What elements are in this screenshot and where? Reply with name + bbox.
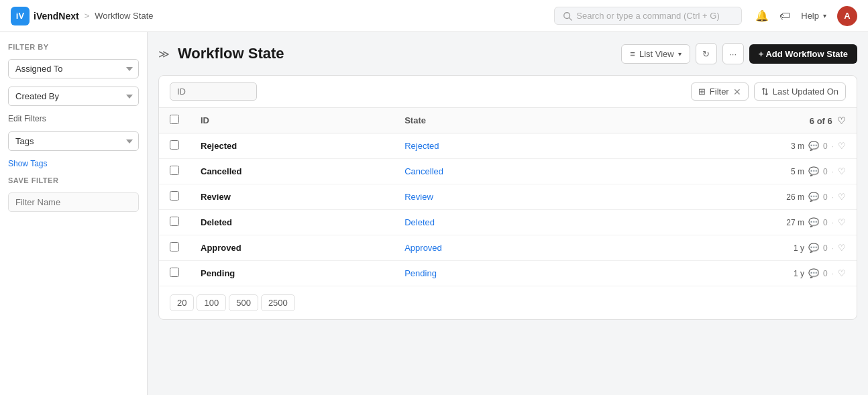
select-all-header[interactable] [159, 108, 190, 133]
search-bar[interactable]: Search or type a command (Ctrl + G) [554, 7, 742, 25]
row-time-1: 5 m [785, 167, 804, 176]
more-options-button[interactable]: ··· [722, 43, 744, 64]
row-meta-5: 1 y 💬 0 · ♡ [590, 261, 857, 286]
comment-count-3: 0 [823, 218, 828, 227]
dot-1: · [832, 167, 834, 176]
table-row: Review Review 26 m 💬 0 · ♡ [159, 184, 857, 210]
toolbar: ≡ List View ▾ ↻ ··· + Add Workflow State [621, 43, 857, 64]
row-meta-2: 26 m 💬 0 · ♡ [590, 184, 857, 210]
row-id-1[interactable]: Cancelled [190, 159, 394, 184]
collapse-sidebar-button[interactable]: ≫ [158, 48, 170, 60]
row-checkbox-2[interactable] [170, 191, 179, 201]
tags-filter[interactable]: Tags [8, 131, 139, 151]
row-checkbox-4[interactable] [170, 242, 179, 251]
heart-icon-1[interactable]: ♡ [838, 166, 846, 176]
row-time-3: 27 m [785, 218, 804, 227]
row-state-3[interactable]: Deleted [394, 210, 590, 235]
filter-name-input[interactable] [8, 192, 139, 212]
comment-count-0: 0 [823, 142, 828, 151]
row-id-5[interactable]: Pending [190, 261, 394, 286]
heart-icon-5[interactable]: ♡ [838, 268, 846, 278]
page-header: ≫ Workflow State ≡ List View ▾ ↻ ··· + A… [158, 43, 857, 64]
row-checkbox-cell[interactable] [159, 159, 190, 184]
row-state-1[interactable]: Cancelled [394, 159, 590, 184]
heart-icon-3[interactable]: ♡ [838, 217, 846, 227]
select-all-checkbox[interactable] [170, 115, 179, 124]
table-row: Rejected Rejected 3 m 💬 0 · ♡ [159, 133, 857, 159]
created-by-filter[interactable]: Created By [8, 87, 139, 106]
record-count: 6 of 6 [810, 116, 832, 126]
row-checkbox-cell[interactable] [159, 261, 190, 286]
comment-count-5: 0 [823, 269, 828, 278]
row-checkbox-3[interactable] [170, 217, 179, 226]
dot-3: · [832, 218, 834, 227]
heart-icon-2[interactable]: ♡ [838, 192, 846, 202]
row-id-4[interactable]: Approved [190, 235, 394, 261]
dot-5: · [832, 269, 834, 278]
add-workflow-state-button[interactable]: + Add Workflow State [749, 44, 857, 64]
row-time-4: 1 y [785, 243, 804, 253]
refresh-button[interactable]: ↻ [696, 43, 717, 64]
row-checkbox-cell[interactable] [159, 133, 190, 159]
chevron-down-icon: ▾ [678, 50, 682, 58]
sort-icon: ⇅ [761, 87, 769, 97]
dot-2: · [832, 192, 834, 202]
row-state-5[interactable]: Pending [394, 261, 590, 286]
page-size-100[interactable]: 100 [197, 294, 226, 311]
row-checkbox-1[interactable] [170, 166, 179, 175]
page-size-2500[interactable]: 2500 [261, 294, 295, 311]
row-id-3[interactable]: Deleted [190, 210, 394, 235]
help-label: Help [801, 11, 819, 21]
row-checkbox-5[interactable] [170, 268, 179, 277]
row-checkbox-cell[interactable] [159, 235, 190, 261]
row-time-5: 1 y [785, 269, 804, 278]
page-size-20[interactable]: 20 [170, 294, 194, 311]
table-toolbar: ⊞ Filter ✕ ⇅ Last Updated On [159, 76, 857, 108]
dot-0: · [832, 142, 834, 151]
filter-chip[interactable]: ⊞ Filter ✕ [691, 82, 749, 101]
logo-icon: iV [11, 7, 30, 25]
heart-icon-4[interactable]: ♡ [838, 243, 846, 253]
page-size-500[interactable]: 500 [229, 294, 258, 311]
table-row: Pending Pending 1 y 💬 0 · ♡ [159, 261, 857, 286]
row-checkbox-cell[interactable] [159, 210, 190, 235]
row-checkbox-cell[interactable] [159, 184, 190, 210]
col-id-header[interactable]: ID [190, 108, 394, 133]
tags-button[interactable]: 🏷 [779, 10, 790, 22]
avatar[interactable]: A [837, 6, 857, 26]
table-row: Approved Approved 1 y 💬 0 · ♡ [159, 235, 857, 261]
workflow-state-table: ID State 6 of 6 ♡ Rejected Rejected [159, 108, 857, 286]
row-id-2[interactable]: Review [190, 184, 394, 210]
breadcrumb-link: Workflow State [95, 11, 153, 21]
id-search-input[interactable] [170, 82, 257, 101]
row-time-2: 26 m [785, 192, 804, 202]
assigned-to-filter[interactable]: Assigned To [8, 59, 139, 78]
search-icon [563, 11, 572, 21]
sidebar: Filter By Assigned To Created By Edit Fi… [0, 32, 148, 395]
list-view-label: List View [639, 49, 674, 59]
notifications-button[interactable]: 🔔 [755, 9, 769, 22]
row-checkbox-0[interactable] [170, 140, 179, 150]
show-tags-link[interactable]: Show Tags [8, 159, 139, 168]
save-filter-label: Save Filter [8, 176, 139, 184]
row-state-4[interactable]: Approved [394, 235, 590, 261]
row-id-0[interactable]: Rejected [190, 133, 394, 159]
breadcrumb-separator: > [85, 11, 90, 21]
col-state-header[interactable]: State [394, 108, 590, 133]
row-state-2[interactable]: Review [394, 184, 590, 210]
table-header-row: ID State 6 of 6 ♡ [159, 108, 857, 133]
list-view-button[interactable]: ≡ List View ▾ [621, 44, 690, 64]
table-row: Cancelled Cancelled 5 m 💬 0 · ♡ [159, 159, 857, 184]
app-logo[interactable]: iV iVendNext [11, 7, 79, 25]
sort-chip-label: Last Updated On [773, 87, 838, 97]
comment-icon-3: 💬 [808, 217, 819, 227]
row-state-0[interactable]: Rejected [394, 133, 590, 159]
sort-chip[interactable]: ⇅ Last Updated On [754, 82, 846, 101]
col-count-header: 6 of 6 ♡ [590, 108, 857, 133]
dot-4: · [832, 243, 834, 253]
filter-close-button[interactable]: ✕ [733, 87, 741, 97]
heart-outline-icon[interactable]: ♡ [837, 115, 846, 126]
help-button[interactable]: Help ▾ [801, 11, 826, 21]
heart-icon-0[interactable]: ♡ [838, 141, 846, 151]
comment-icon-2: 💬 [808, 192, 819, 202]
